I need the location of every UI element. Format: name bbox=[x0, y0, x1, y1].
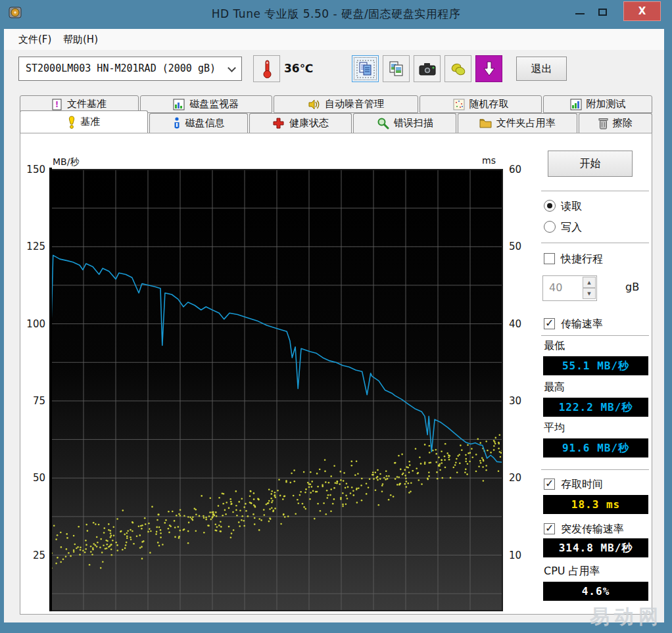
menu-help[interactable]: 帮助(H) bbox=[63, 34, 98, 46]
tab-benchmark[interactable]: 基准 bbox=[20, 110, 148, 133]
svg-text:75: 75 bbox=[33, 395, 45, 407]
svg-text:10: 10 bbox=[509, 550, 521, 561]
menu-bar: 文件(F) 帮助(H) bbox=[4, 29, 664, 50]
speaker-icon bbox=[308, 99, 320, 110]
device-select[interactable]: ST2000LM003 HN-M201RAD (2000 gB) bbox=[18, 57, 242, 81]
magnifier-icon bbox=[377, 117, 389, 129]
tab-label: 随机存取 bbox=[469, 98, 509, 110]
app-body: 文件(F) 帮助(H) ST2000LM003 HN-M201RAD (2000… bbox=[4, 29, 664, 622]
titlebar: HD Tune 专业版 5.50 - 硬盘/固态硬盘实用程序 X bbox=[0, 0, 672, 29]
file-benchmark-icon: ! bbox=[52, 99, 62, 110]
folder-icon bbox=[479, 118, 492, 129]
download-button[interactable] bbox=[475, 55, 502, 82]
svg-text:30: 30 bbox=[509, 395, 521, 407]
benchmark-side-panel: 开始 读取 写入 快捷行程 40 ▲ ▼ gB 传输速率 bbox=[541, 133, 652, 614]
write-radio[interactable] bbox=[544, 221, 556, 233]
tab-aam[interactable]: 自动噪音管理 bbox=[274, 95, 419, 113]
copy-image-icon bbox=[388, 60, 405, 78]
svg-text:40: 40 bbox=[509, 318, 521, 330]
tab-label: 基准 bbox=[80, 116, 100, 128]
tab-erase[interactable]: 擦除 bbox=[579, 113, 652, 133]
tab-folder-usage[interactable]: 文件夹占用率 bbox=[458, 113, 577, 133]
info-icon bbox=[173, 117, 181, 129]
shortstroke-size-spinner[interactable]: 40 ▲ ▼ bbox=[542, 275, 597, 301]
read-radio-label: 读取 bbox=[561, 200, 582, 214]
random-access-icon bbox=[453, 99, 465, 110]
copy-text-button[interactable] bbox=[352, 55, 379, 82]
write-radio-label: 写入 bbox=[561, 221, 582, 235]
shortstroke-unit: gB bbox=[625, 281, 639, 293]
shortstroke-size-value: 40 bbox=[549, 281, 562, 294]
svg-text:50: 50 bbox=[509, 241, 521, 252]
tab-label: 文件基准 bbox=[67, 98, 107, 110]
start-button[interactable]: 开始 bbox=[548, 151, 633, 177]
temperature-value: 36℃ bbox=[284, 62, 313, 75]
benchmark-exclamation-icon bbox=[68, 116, 76, 129]
tab-random-access[interactable]: 随机存取 bbox=[420, 95, 542, 113]
access-time-checkbox[interactable] bbox=[544, 479, 555, 490]
close-button[interactable]: X bbox=[623, 1, 661, 21]
avg-speed-display: 91.6 MB/秒 bbox=[543, 438, 648, 457]
watermark: 易动网 bbox=[590, 603, 663, 630]
svg-text:50: 50 bbox=[33, 472, 45, 484]
svg-text:MB/秒: MB/秒 bbox=[53, 156, 80, 167]
health-cross-icon bbox=[272, 117, 285, 129]
extra-tests-icon bbox=[570, 99, 582, 110]
benchmark-tab-page: 150125100755025605040302010MB/秒ms 开始 读取 … bbox=[20, 133, 652, 615]
svg-text:!: ! bbox=[55, 100, 59, 109]
disk-monitor-icon bbox=[173, 99, 185, 110]
app-window: HD Tune 专业版 5.50 - 硬盘/固态硬盘实用程序 X 文件(F) 帮… bbox=[0, 0, 672, 633]
access-time-label: 存取时间 bbox=[561, 478, 603, 492]
thermometer-icon bbox=[262, 59, 272, 79]
chevron-down-icon bbox=[228, 64, 236, 72]
tab-label: 自动噪音管理 bbox=[325, 98, 384, 110]
tab-label: 健康状态 bbox=[289, 117, 329, 129]
min-label: 最低 bbox=[544, 339, 565, 353]
shortstroke-label: 快捷行程 bbox=[561, 252, 603, 266]
screenshot-button[interactable] bbox=[414, 55, 441, 82]
tab-row-primary: 基准 磁盘信息 健康状态 错 bbox=[20, 113, 652, 133]
cpu-usage-label: CPU 占用率 bbox=[544, 565, 600, 578]
burst-rate-checkbox[interactable] bbox=[544, 523, 555, 534]
tab-disk-info[interactable]: 磁盘信息 bbox=[149, 113, 247, 133]
min-speed-display: 55.1 MB/秒 bbox=[543, 356, 648, 375]
svg-text:25: 25 bbox=[33, 550, 45, 561]
tab-label: 错误扫描 bbox=[394, 117, 433, 129]
tab-disk-monitor[interactable]: 磁盘监视器 bbox=[140, 95, 272, 113]
spinner-up-button[interactable]: ▲ bbox=[583, 277, 596, 288]
tab-label: 磁盘监视器 bbox=[189, 98, 239, 110]
tab-label: 擦除 bbox=[613, 117, 633, 129]
copy-image-button[interactable] bbox=[383, 55, 410, 82]
transfer-rate-label: 传输速率 bbox=[561, 317, 603, 331]
access-time-display: 18.3 ms bbox=[543, 495, 648, 514]
shortstroke-checkbox[interactable] bbox=[544, 253, 555, 264]
svg-text:150: 150 bbox=[26, 164, 45, 176]
transfer-rate-checkbox[interactable] bbox=[544, 318, 555, 329]
download-arrow-icon bbox=[481, 60, 497, 78]
cpu-usage-display: 4.6% bbox=[543, 582, 648, 601]
tab-extra-tests[interactable]: 附加测试 bbox=[543, 95, 652, 113]
svg-text:ms: ms bbox=[482, 155, 496, 166]
minimize-button[interactable] bbox=[571, 5, 589, 21]
tab-health[interactable]: 健康状态 bbox=[249, 113, 352, 133]
copy-text-icon bbox=[356, 60, 375, 78]
max-label: 最高 bbox=[544, 381, 565, 394]
tab-label: 文件夹占用率 bbox=[496, 117, 556, 129]
hands-button[interactable] bbox=[444, 55, 471, 82]
tab-label: 附加测试 bbox=[587, 98, 626, 110]
svg-text:125: 125 bbox=[26, 241, 45, 252]
benchmark-chart: 150125100755025605040302010MB/秒ms bbox=[20, 133, 546, 614]
avg-label: 平均 bbox=[544, 421, 565, 435]
spinner-down-button[interactable]: ▼ bbox=[583, 288, 596, 299]
menu-file[interactable]: 文件(F) bbox=[18, 34, 51, 46]
max-speed-display: 122.2 MB/秒 bbox=[543, 398, 648, 417]
burst-rate-label: 突发传输速率 bbox=[561, 523, 624, 536]
temperature-button[interactable] bbox=[253, 55, 280, 82]
svg-text:60: 60 bbox=[509, 164, 521, 176]
read-radio[interactable] bbox=[544, 200, 556, 212]
device-select-value: ST2000LM003 HN-M201RAD (2000 gB) bbox=[26, 62, 216, 74]
tab-error-scan[interactable]: 错误扫描 bbox=[353, 113, 456, 133]
maximize-button[interactable] bbox=[593, 5, 612, 21]
exit-button[interactable]: 退出 bbox=[516, 57, 567, 81]
svg-text:20: 20 bbox=[509, 472, 521, 484]
